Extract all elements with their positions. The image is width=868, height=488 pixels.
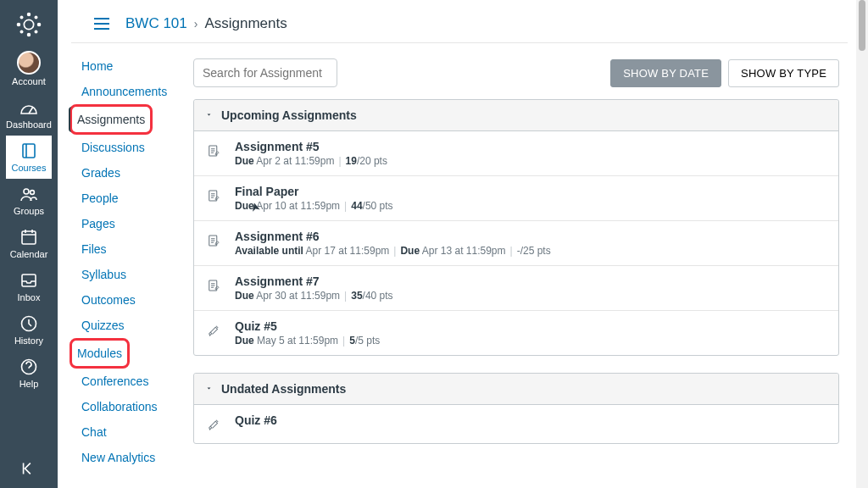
course-nav-announcements[interactable]: Announcements (76, 79, 183, 104)
assignment-icon (206, 230, 223, 251)
assignment-title: Assignment #7 (235, 274, 393, 288)
show-by-date-button[interactable]: SHOW BY DATE (610, 59, 721, 87)
highlight-box: Assignments (70, 104, 153, 135)
course-nav-grades[interactable]: Grades (76, 160, 183, 186)
assignment-row[interactable]: Assignment #7Due Apr 30 at 11:59pm|35/40… (194, 266, 838, 311)
caret-down-icon (206, 111, 214, 119)
assignment-icon (206, 140, 223, 161)
assignment-title: Quiz #6 (235, 413, 277, 427)
assignment-meta: Due Apr 30 at 11:59pm|35/40 pts (235, 290, 393, 302)
nav-label: Groups (14, 206, 44, 216)
course-nav-chat[interactable]: Chat (76, 419, 183, 445)
nav-label: Inbox (18, 292, 41, 302)
breadcrumb-current: Assignments (204, 15, 287, 32)
nav-label: Help (19, 379, 39, 389)
global-nav: AccountDashboardCoursesGroupsCalendarInb… (0, 0, 58, 488)
course-nav-home[interactable]: Home (76, 53, 183, 79)
course-nav-quizzes[interactable]: Quizzes (76, 313, 183, 338)
group-title: Undated Assignments (221, 382, 346, 396)
course-nav-syllabus[interactable]: Syllabus (76, 262, 183, 287)
nav-dashboard[interactable]: Dashboard (6, 92, 52, 136)
course-nav-outcomes[interactable]: Outcomes (76, 287, 183, 313)
course-nav: HomeAnnouncementsAssignmentsDiscussionsG… (58, 43, 193, 488)
assignment-title: Assignment #5 (235, 140, 387, 153)
nav-calendar[interactable]: Calendar (6, 222, 52, 265)
group-title: Upcoming Assignments (221, 108, 357, 122)
group-header[interactable]: Upcoming Assignments (194, 100, 838, 131)
nav-label: History (14, 336, 43, 346)
calendar-icon (19, 227, 39, 247)
assignment-icon (206, 185, 223, 206)
course-nav-modules[interactable]: Modules (72, 341, 127, 366)
assignment-group: Upcoming AssignmentsAssignment #5Due Apr… (193, 99, 839, 356)
course-nav-discussions[interactable]: Discussions (76, 135, 183, 160)
clock-icon (19, 313, 39, 334)
nav-history[interactable]: History (6, 308, 52, 352)
breadcrumb-separator: › (194, 17, 198, 30)
quiz-icon (206, 319, 223, 341)
quiz-icon (206, 413, 223, 435)
help-icon (19, 357, 39, 377)
course-nav-pages[interactable]: Pages (76, 211, 183, 236)
assignment-row[interactable]: Final PaperDue Apr 10 at 11:59pm|44/50 p… (194, 176, 838, 221)
collapse-nav-button[interactable] (0, 449, 58, 488)
app-logo (14, 10, 43, 39)
nav-label: Dashboard (6, 119, 52, 130)
assignment-title: Quiz #5 (235, 319, 380, 333)
assignment-icon (206, 274, 223, 296)
people-icon (19, 184, 39, 204)
assignment-row[interactable]: Quiz #6 (194, 405, 838, 443)
breadcrumb: BWC 101 › Assignments (71, 0, 848, 43)
book-icon (19, 141, 39, 161)
group-header[interactable]: Undated Assignments (194, 374, 838, 405)
assignment-title: Final Paper (235, 185, 393, 198)
assignment-meta: Available until Apr 17 at 11:59pm|Due Ap… (235, 245, 551, 257)
assignment-meta: Due Apr 10 at 11:59pm|44/50 pts (235, 200, 393, 212)
show-by-type-button[interactable]: SHOW BY TYPE (728, 59, 839, 87)
toolbar: SHOW BY DATE SHOW BY TYPE (193, 53, 839, 87)
hamburger-icon[interactable] (92, 14, 112, 34)
nav-help[interactable]: Help (6, 352, 52, 395)
assignment-row[interactable]: Assignment #5Due Apr 2 at 11:59pm|19/20 … (194, 131, 838, 176)
course-nav-new-analytics[interactable]: New Analytics (76, 445, 183, 470)
scrollbar[interactable] (856, 0, 868, 488)
tachometer-icon (19, 97, 39, 118)
breadcrumb-course-link[interactable]: BWC 101 (125, 15, 187, 32)
nav-label: Calendar (10, 249, 48, 259)
inbox-icon (19, 270, 39, 291)
course-nav-files[interactable]: Files (76, 236, 183, 262)
assignment-meta: Due Apr 2 at 11:59pm|19/20 pts (235, 155, 387, 167)
assignment-group: Undated AssignmentsQuiz #6 (193, 373, 839, 444)
assignment-row[interactable]: Assignment #6Available until Apr 17 at 1… (194, 221, 838, 266)
assignment-meta: Due May 5 at 11:59pm|5/5 pts (235, 335, 380, 347)
nav-account[interactable]: Account (6, 46, 52, 92)
course-nav-collaborations[interactable]: Collaborations (76, 394, 183, 419)
avatar (17, 51, 41, 75)
content: SHOW BY DATE SHOW BY TYPE Upcoming Assig… (193, 43, 868, 488)
search-input[interactable] (193, 58, 337, 87)
nav-courses[interactable]: Courses (6, 136, 52, 179)
caret-down-icon (206, 385, 214, 393)
nav-inbox[interactable]: Inbox (6, 265, 52, 308)
assignment-title: Assignment #6 (235, 230, 551, 243)
course-nav-conferences[interactable]: Conferences (76, 369, 183, 394)
nav-label: Courses (12, 163, 47, 173)
assignment-row[interactable]: Quiz #5Due May 5 at 11:59pm|5/5 pts (194, 311, 838, 355)
nav-label: Account (12, 76, 46, 86)
highlight-box: Modules (70, 338, 130, 369)
course-nav-people[interactable]: People (76, 186, 183, 211)
nav-groups[interactable]: Groups (6, 179, 52, 222)
course-nav-assignments[interactable]: Assignments (69, 107, 150, 132)
